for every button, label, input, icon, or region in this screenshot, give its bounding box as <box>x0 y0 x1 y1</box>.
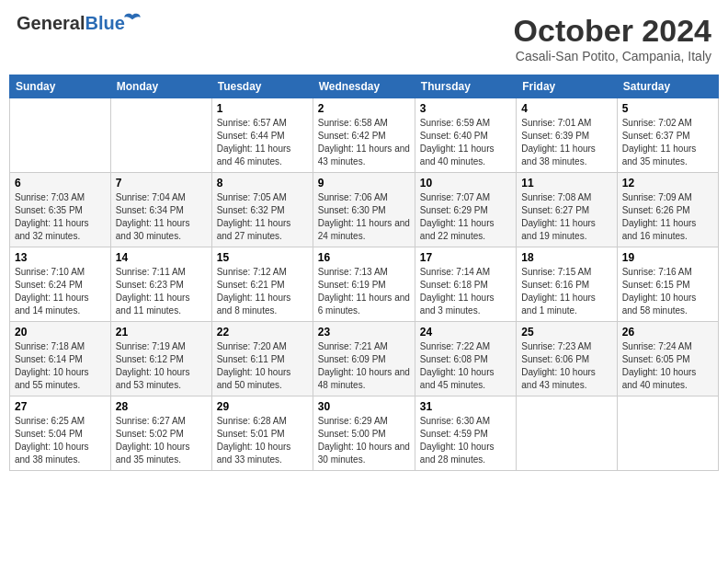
calendar-cell: 24Sunrise: 7:22 AMSunset: 6:08 PMDayligh… <box>415 322 516 396</box>
day-number: 10 <box>420 177 511 190</box>
day-number: 30 <box>318 400 410 413</box>
day-detail: Sunrise: 6:29 AMSunset: 5:00 PMDaylight:… <box>318 415 410 466</box>
day-detail: Sunrise: 6:59 AMSunset: 6:40 PMDaylight:… <box>420 117 511 168</box>
logo: GeneralBlue <box>17 13 125 34</box>
calendar-cell: 3Sunrise: 6:59 AMSunset: 6:40 PMDaylight… <box>415 98 516 173</box>
calendar-cell: 11Sunrise: 7:08 AMSunset: 6:27 PMDayligh… <box>517 173 617 247</box>
day-detail: Sunrise: 7:19 AMSunset: 6:12 PMDaylight:… <box>116 340 207 392</box>
month-title: October 2024 <box>514 13 711 49</box>
calendar-cell: 30Sunrise: 6:29 AMSunset: 5:00 PMDayligh… <box>313 396 415 471</box>
calendar-week-5: 27Sunrise: 6:25 AMSunset: 5:04 PMDayligh… <box>10 396 719 471</box>
calendar-cell: 29Sunrise: 6:28 AMSunset: 5:01 PMDayligh… <box>211 396 313 471</box>
calendar-cell: 23Sunrise: 7:21 AMSunset: 6:09 PMDayligh… <box>313 322 415 396</box>
day-detail: Sunrise: 6:57 AMSunset: 6:44 PMDaylight:… <box>217 117 308 168</box>
calendar-cell: 13Sunrise: 7:10 AMSunset: 6:24 PMDayligh… <box>10 247 111 322</box>
calendar-cell: 7Sunrise: 7:04 AMSunset: 6:34 PMDaylight… <box>110 173 211 247</box>
day-number: 6 <box>15 177 106 190</box>
day-number: 15 <box>217 251 308 264</box>
day-detail: Sunrise: 7:11 AMSunset: 6:23 PMDaylight:… <box>116 266 207 317</box>
day-detail: Sunrise: 6:27 AMSunset: 5:02 PMDaylight:… <box>116 415 207 466</box>
calendar-cell: 10Sunrise: 7:07 AMSunset: 6:29 PMDayligh… <box>415 173 516 247</box>
day-number: 1 <box>217 102 308 115</box>
day-detail: Sunrise: 7:22 AMSunset: 6:08 PMDaylight:… <box>420 340 511 392</box>
calendar-week-2: 6Sunrise: 7:03 AMSunset: 6:35 PMDaylight… <box>10 173 719 247</box>
day-detail: Sunrise: 7:21 AMSunset: 6:09 PMDaylight:… <box>318 340 410 392</box>
calendar-cell: 22Sunrise: 7:20 AMSunset: 6:11 PMDayligh… <box>211 322 313 396</box>
day-number: 31 <box>420 400 511 413</box>
day-number: 17 <box>420 251 511 264</box>
day-detail: Sunrise: 7:13 AMSunset: 6:19 PMDaylight:… <box>318 266 410 317</box>
day-detail: Sunrise: 6:58 AMSunset: 6:42 PMDaylight:… <box>318 117 410 168</box>
day-number: 20 <box>15 326 106 339</box>
day-number: 22 <box>217 326 308 339</box>
location-subtitle: Casali-San Potito, Campania, Italy <box>514 49 711 63</box>
calendar-cell: 19Sunrise: 7:16 AMSunset: 6:15 PMDayligh… <box>617 247 718 322</box>
calendar-cell: 9Sunrise: 7:06 AMSunset: 6:30 PMDaylight… <box>313 173 415 247</box>
calendar-cell: 18Sunrise: 7:15 AMSunset: 6:16 PMDayligh… <box>517 247 617 322</box>
calendar-table: SundayMondayTuesdayWednesdayThursdayFrid… <box>9 75 719 471</box>
day-detail: Sunrise: 7:05 AMSunset: 6:32 PMDaylight:… <box>217 191 308 243</box>
day-header-wednesday: Wednesday <box>313 75 415 98</box>
day-header-saturday: Saturday <box>617 75 718 98</box>
day-number: 28 <box>116 400 207 413</box>
calendar-week-3: 13Sunrise: 7:10 AMSunset: 6:24 PMDayligh… <box>10 247 719 322</box>
calendar-cell: 17Sunrise: 7:14 AMSunset: 6:18 PMDayligh… <box>415 247 516 322</box>
logo-general: General <box>17 13 85 33</box>
day-detail: Sunrise: 7:24 AMSunset: 6:05 PMDaylight:… <box>622 340 713 392</box>
calendar-cell: 26Sunrise: 7:24 AMSunset: 6:05 PMDayligh… <box>617 322 718 396</box>
day-detail: Sunrise: 7:08 AMSunset: 6:27 PMDaylight:… <box>521 191 611 243</box>
calendar-cell: 28Sunrise: 6:27 AMSunset: 5:02 PMDayligh… <box>110 396 211 471</box>
calendar-cell <box>517 396 617 471</box>
day-number: 8 <box>217 177 308 190</box>
day-detail: Sunrise: 7:07 AMSunset: 6:29 PMDaylight:… <box>420 191 511 243</box>
day-header-thursday: Thursday <box>415 75 516 98</box>
calendar-cell <box>617 396 718 471</box>
day-number: 26 <box>622 326 713 339</box>
calendar-cell: 2Sunrise: 6:58 AMSunset: 6:42 PMDaylight… <box>313 98 415 173</box>
day-detail: Sunrise: 7:20 AMSunset: 6:11 PMDaylight:… <box>217 340 308 392</box>
day-number: 4 <box>521 102 611 115</box>
day-header-monday: Monday <box>110 75 211 98</box>
calendar-cell: 25Sunrise: 7:23 AMSunset: 6:06 PMDayligh… <box>517 322 617 396</box>
day-detail: Sunrise: 6:30 AMSunset: 4:59 PMDaylight:… <box>420 415 511 466</box>
day-detail: Sunrise: 7:02 AMSunset: 6:37 PMDaylight:… <box>622 117 713 168</box>
calendar-cell: 31Sunrise: 6:30 AMSunset: 4:59 PMDayligh… <box>415 396 516 471</box>
day-detail: Sunrise: 7:15 AMSunset: 6:16 PMDaylight:… <box>521 266 611 317</box>
day-header-tuesday: Tuesday <box>211 75 313 98</box>
day-detail: Sunrise: 7:23 AMSunset: 6:06 PMDaylight:… <box>521 340 611 392</box>
day-number: 18 <box>521 251 611 264</box>
page-header: GeneralBlue October 2024 Casali-San Poti… <box>9 9 719 67</box>
day-detail: Sunrise: 7:04 AMSunset: 6:34 PMDaylight:… <box>116 191 207 243</box>
day-number: 27 <box>15 400 106 413</box>
day-number: 2 <box>318 102 410 115</box>
day-number: 29 <box>217 400 308 413</box>
day-number: 24 <box>420 326 511 339</box>
logo-bird-icon <box>123 9 142 28</box>
calendar-cell: 4Sunrise: 7:01 AMSunset: 6:39 PMDaylight… <box>517 98 617 173</box>
day-detail: Sunrise: 7:01 AMSunset: 6:39 PMDaylight:… <box>521 117 611 168</box>
day-detail: Sunrise: 6:28 AMSunset: 5:01 PMDaylight:… <box>217 415 308 466</box>
calendar-cell: 6Sunrise: 7:03 AMSunset: 6:35 PMDaylight… <box>10 173 111 247</box>
calendar-cell: 20Sunrise: 7:18 AMSunset: 6:14 PMDayligh… <box>10 322 111 396</box>
day-number: 12 <box>622 177 713 190</box>
calendar-cell: 16Sunrise: 7:13 AMSunset: 6:19 PMDayligh… <box>313 247 415 322</box>
calendar-cell: 5Sunrise: 7:02 AMSunset: 6:37 PMDaylight… <box>617 98 718 173</box>
day-number: 7 <box>116 177 207 190</box>
day-detail: Sunrise: 6:25 AMSunset: 5:04 PMDaylight:… <box>15 415 106 466</box>
day-number: 3 <box>420 102 511 115</box>
day-detail: Sunrise: 7:09 AMSunset: 6:26 PMDaylight:… <box>622 191 713 243</box>
day-number: 5 <box>622 102 713 115</box>
calendar-cell <box>110 98 211 173</box>
day-number: 9 <box>318 177 410 190</box>
day-detail: Sunrise: 7:10 AMSunset: 6:24 PMDaylight:… <box>15 266 106 317</box>
day-number: 11 <box>521 177 611 190</box>
day-detail: Sunrise: 7:06 AMSunset: 6:30 PMDaylight:… <box>318 191 410 243</box>
calendar-cell: 27Sunrise: 6:25 AMSunset: 5:04 PMDayligh… <box>10 396 111 471</box>
day-number: 16 <box>318 251 410 264</box>
calendar-week-4: 20Sunrise: 7:18 AMSunset: 6:14 PMDayligh… <box>10 322 719 396</box>
day-number: 14 <box>116 251 207 264</box>
calendar-cell: 12Sunrise: 7:09 AMSunset: 6:26 PMDayligh… <box>617 173 718 247</box>
days-header-row: SundayMondayTuesdayWednesdayThursdayFrid… <box>10 75 719 98</box>
calendar-cell: 15Sunrise: 7:12 AMSunset: 6:21 PMDayligh… <box>211 247 313 322</box>
calendar-week-1: 1Sunrise: 6:57 AMSunset: 6:44 PMDaylight… <box>10 98 719 173</box>
